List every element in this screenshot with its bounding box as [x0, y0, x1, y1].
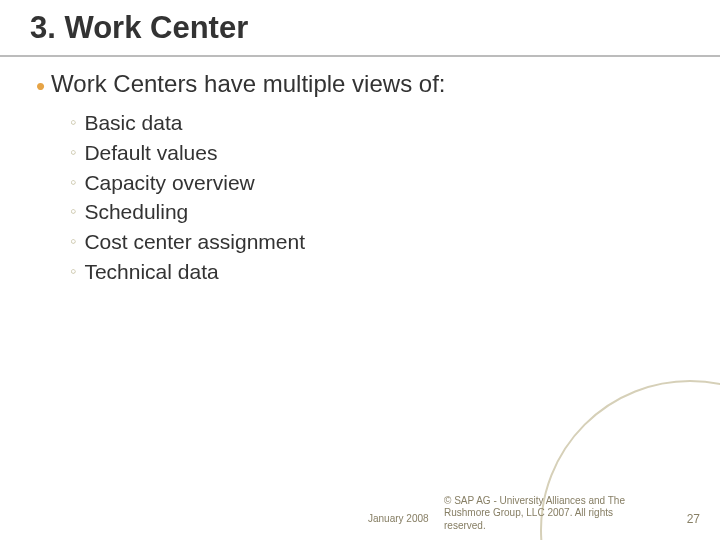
list-item: ◦ Basic data: [70, 108, 305, 138]
bullet-level1: •Work Centers have multiple views of:: [36, 70, 445, 99]
list-item-text: Cost center assignment: [84, 227, 305, 257]
footer-copyright: © SAP AG - University Alliances and The …: [444, 495, 644, 533]
list-item-text: Scheduling: [84, 197, 188, 227]
list-item: ◦ Default values: [70, 138, 305, 168]
list-item-text: Technical data: [84, 257, 218, 287]
title-underline: [0, 55, 720, 57]
bullet-level1-text: Work Centers have multiple views of:: [51, 70, 445, 97]
list-item-text: Capacity overview: [84, 168, 254, 198]
bullet-circle-icon: ◦: [70, 108, 76, 137]
list-item-text: Default values: [84, 138, 217, 168]
list-item: ◦ Scheduling: [70, 197, 305, 227]
slide-title: 3. Work Center: [30, 10, 248, 46]
footer-page-number: 27: [687, 512, 700, 526]
bullet-circle-icon: ◦: [70, 257, 76, 286]
bullet-circle-icon: ◦: [70, 227, 76, 256]
bullet-circle-icon: ◦: [70, 168, 76, 197]
bullet-circle-icon: ◦: [70, 138, 76, 167]
bullet-dot-icon: •: [36, 71, 45, 101]
bullet-circle-icon: ◦: [70, 197, 76, 226]
list-item: ◦ Technical data: [70, 257, 305, 287]
slide: 3. Work Center •Work Centers have multip…: [0, 0, 720, 540]
sub-bullet-list: ◦ Basic data ◦ Default values ◦ Capacity…: [70, 108, 305, 287]
list-item: ◦ Cost center assignment: [70, 227, 305, 257]
list-item: ◦ Capacity overview: [70, 168, 305, 198]
list-item-text: Basic data: [84, 108, 182, 138]
footer-date: January 2008: [368, 513, 429, 524]
